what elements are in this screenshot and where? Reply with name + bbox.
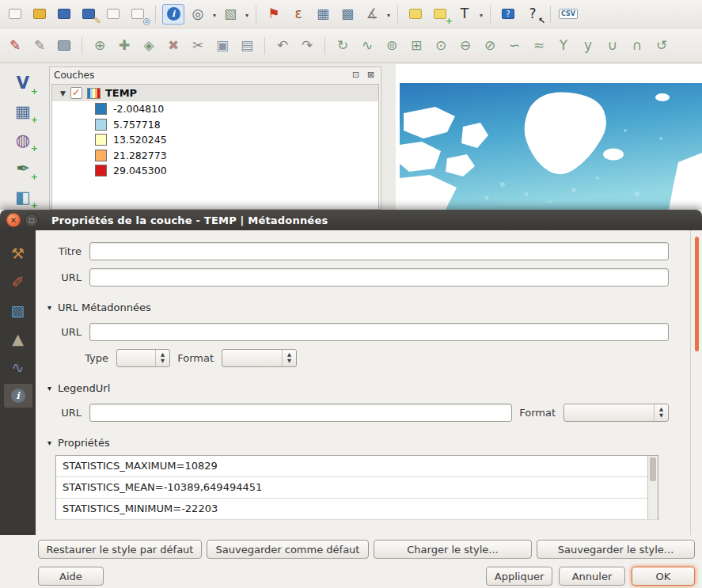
reshape-features-icon[interactable]: ∽ [503,36,526,56]
cut-features-icon[interactable]: ✂ [187,36,209,56]
tab-metadata-icon[interactable]: i [4,384,32,408]
legend-item[interactable]: 13.520245 [52,132,378,148]
properties-scrollbar[interactable] [647,456,658,519]
new-project-icon[interactable] [4,4,26,25]
add-spatialite-layer-icon[interactable]: ✒+ [9,157,36,180]
titre-input[interactable] [89,242,669,260]
panel-close-button[interactable]: ⊠ [365,69,377,81]
restore-button[interactable]: ▢ [25,213,39,227]
metadata-type-combo[interactable]: ▲ ▼ [116,349,170,367]
zoom-tool-icon[interactable]: ◎▾ [187,4,209,25]
panel-float-button[interactable]: ⊡ [350,69,362,81]
simplify-feature-icon[interactable]: ∿ [356,36,378,56]
property-row[interactable]: STATISTICS_MINIMUM=-22203 [56,499,658,520]
composer-manager-icon[interactable]: ◎ [127,4,149,25]
apply-button[interactable]: Appliquer [486,567,552,586]
properties-scrollbar-thumb[interactable] [650,457,656,481]
fill-ring-icon[interactable]: ⊙ [430,36,452,56]
add-part-icon[interactable]: ⊞ [405,36,427,56]
metadata-format-combo[interactable]: ▲ ▼ [222,349,297,367]
map-tips-icon[interactable] [404,4,427,25]
add-raster-layer-icon[interactable]: ▦+ [9,100,36,123]
split-features-icon[interactable]: Y [552,36,575,56]
layer-visibility-checkbox[interactable]: ✓ [70,87,82,99]
toggle-editing-icon[interactable]: ✎ [28,36,51,56]
legend-item[interactable]: -2.004810 [52,101,378,117]
add-wms-layer-icon[interactable]: ◧+ [9,185,36,209]
undo-icon[interactable]: ↶ [271,36,294,56]
add-feature-icon[interactable]: ⊕ [89,36,111,56]
property-row[interactable]: STATISTICS_MEAN=-10389,649494451 [56,477,658,499]
field-calculator-icon[interactable]: ε [287,4,309,25]
save-project-icon[interactable] [53,4,75,25]
add-ring-icon[interactable]: ⊚ [381,36,403,56]
identify-features-icon[interactable]: i [162,4,184,25]
layer-row-temp[interactable]: ▼ ✓ TEMP [52,85,378,101]
tab-general-icon[interactable]: ⚒ [4,241,32,265]
rotate-point-symbols-icon[interactable]: ↺ [651,36,673,56]
url-input[interactable] [89,268,669,286]
new-bookmark-icon[interactable]: ⚑ [263,4,285,25]
attribute-table-icon[interactable]: ▦ [312,4,334,25]
ok-button[interactable]: OK [632,567,695,586]
load-style-button[interactable]: Charger le style... [374,540,532,559]
offset-curve-icon[interactable]: ≈ [528,36,550,56]
dropdown-arrow-icon[interactable]: ▾ [245,12,249,19]
legend-item[interactable]: 29.045300 [52,163,378,179]
move-feature-icon[interactable]: ✚ [113,36,135,56]
tab-pyramids-icon[interactable]: ▲ [4,327,32,351]
rotate-feature-icon[interactable]: ↻ [332,36,354,56]
tab-transparency-icon[interactable]: ▧ [4,298,32,322]
raster-calculator-icon[interactable]: ▩ [336,4,359,25]
open-project-icon[interactable] [28,4,51,25]
legend-url-input[interactable] [89,404,512,422]
merge-attributes-icon[interactable]: ∩ [626,36,648,56]
dialog-scrollbar-thumb[interactable] [695,237,699,351]
current-edits-icon[interactable]: ✎ [4,36,26,56]
dropdown-arrow-icon[interactable]: ▾ [387,12,390,19]
delete-ring-icon[interactable]: ⊖ [454,36,476,56]
split-parts-icon[interactable]: y [577,36,599,56]
add-postgis-layer-icon[interactable]: ◍+ [9,128,36,152]
dropdown-arrow-icon[interactable]: ▾ [480,12,483,19]
new-annotation-icon[interactable]: + [429,4,451,25]
select-features-icon[interactable]: ▧▾ [219,4,241,25]
delete-selected-icon[interactable]: ✖ [162,36,184,56]
text-annotation-icon[interactable]: T▾ [453,4,476,25]
property-row[interactable]: STATISTICS_MAXIMUM=10829 [56,456,658,477]
tab-histogram-icon[interactable]: ∿ [4,355,32,379]
merge-features-icon[interactable]: ∪ [601,36,624,56]
node-tool-icon[interactable]: ◈ [138,36,160,56]
map-canvas[interactable] [396,64,702,210]
dialog-titlebar[interactable]: ✕ ▢ Propriétés de la couche - TEMP | Mét… [0,210,702,230]
measure-icon[interactable]: ∡▾ [361,4,383,25]
metadata-url-input[interactable] [89,323,669,341]
legend-format-combo[interactable]: ▲ ▼ [563,404,669,422]
save-style-button[interactable]: Sauvegarder le style... [537,540,695,559]
new-print-composer-icon[interactable] [102,4,124,25]
cancel-button[interactable]: Annuler [559,567,625,586]
paste-features-icon[interactable]: ▤ [236,36,258,56]
whats-this-icon[interactable]: ?↖ [522,4,544,25]
section-url-metadonnees[interactable]: ▾ URL Métadonnées [47,302,151,313]
expand-arrow-icon[interactable]: ▼ [60,89,66,97]
help-button[interactable]: Aide [38,567,104,586]
add-vector-layer-icon[interactable]: V+ [9,71,36,95]
help-contents-icon[interactable]: ? [497,4,519,25]
tab-style-icon[interactable]: ✐ [4,270,32,294]
add-delimited-text-icon[interactable]: CSV [557,4,579,25]
save-as-default-style-button[interactable]: Sauvegarder comme défaut [207,540,369,559]
restore-default-style-button[interactable]: Restaurer le style par défaut [38,540,202,559]
legend-item[interactable]: 5.757718 [52,117,378,133]
delete-part-icon[interactable]: ⊘ [479,36,501,56]
dialog-scrollbar[interactable] [690,230,702,535]
redo-icon[interactable]: ↷ [296,36,318,56]
close-button[interactable]: ✕ [6,213,21,227]
save-project-as-icon[interactable]: ✎ [78,4,100,25]
section-proprietes[interactable]: ▾ Propriétés [47,437,110,449]
section-legendurl[interactable]: ▾ LegendUrl [47,382,110,394]
dropdown-arrow-icon[interactable]: ▾ [213,12,216,19]
copy-features-icon[interactable]: ▣ [211,36,233,56]
legend-item[interactable]: 21.282773 [52,148,378,164]
save-layer-edits-icon[interactable] [53,36,75,56]
